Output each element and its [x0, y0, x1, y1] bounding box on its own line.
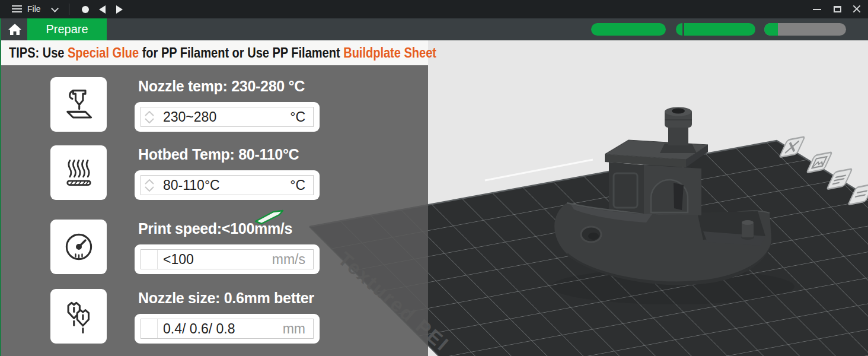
back-triangle-icon[interactable] — [99, 5, 106, 14]
app-window: { "titlebar": { "menu_label": "File", "n… — [0, 0, 868, 356]
input-value[interactable]: 80-110°C — [158, 177, 290, 193]
input-unit: mm — [283, 321, 313, 337]
spinner-area — [141, 250, 158, 269]
chevron-up-icon[interactable] — [145, 179, 154, 185]
input-value[interactable]: 0.4/ 0.6/ 0.8 — [158, 321, 283, 337]
card-hotbed-temp: Hotbed Temp: 80-110°C 80-110°C °C — [50, 145, 320, 200]
card-title: Hotbed Temp: 80-110°C — [138, 146, 299, 163]
green-pencil-mark — [253, 209, 285, 225]
print-nozzle-icon — [59, 85, 98, 124]
input-unit: °C — [290, 109, 313, 125]
input-value[interactable]: <100 — [158, 252, 272, 268]
input-wrap: 230~280 °C — [135, 102, 320, 132]
progress-pill-2 — [676, 23, 755, 36]
tips-text: TIPS: Use Special Glue for PP Filament o… — [9, 45, 436, 61]
card-title: Nozzle size: 0.6mm better — [138, 290, 314, 307]
spinner-control[interactable] — [141, 107, 158, 126]
tab-prepare[interactable]: Prepare — [27, 18, 107, 40]
minimize-button[interactable] — [808, 0, 826, 18]
nozzle-size-input[interactable]: 0.4/ 0.6/ 0.8 mm — [141, 319, 314, 339]
file-menu[interactable]: File — [27, 4, 41, 14]
print-speed-input[interactable]: <100 mm/s — [141, 249, 314, 269]
card-title: Nozzle temp: 230-280 °C — [138, 78, 305, 95]
chevron-down-icon[interactable] — [145, 118, 154, 123]
chevron-up-icon[interactable] — [145, 111, 154, 116]
toolbar-divider — [69, 4, 69, 15]
nozzle-temp-input[interactable]: 230~280 °C — [141, 107, 314, 127]
title-bar: File — [0, 0, 868, 18]
speedometer-icon — [59, 227, 98, 266]
card-print-speed: Print speed:<100mm/s <100 mm/s — [50, 220, 320, 274]
spinner-area — [141, 319, 158, 338]
progress-pill-3 — [764, 23, 846, 36]
card-nozzle-temp: Nozzle temp: 230-280 °C 230~280 °C — [50, 77, 320, 132]
hotbed-temp-input[interactable]: 80-110°C °C — [141, 175, 314, 195]
maximize-button[interactable] — [828, 0, 846, 18]
chevron-down-icon[interactable] — [51, 5, 59, 12]
card-icon-box — [50, 77, 107, 132]
input-unit: mm/s — [272, 252, 313, 268]
card-icon-box — [50, 220, 107, 274]
nozzle-size-icon — [59, 297, 98, 336]
window-edge-accent — [0, 18, 1, 356]
input-value[interactable]: 230~280 — [158, 109, 290, 125]
parameter-overlay-panel: Nozzle temp: 230-280 °C 230~280 °C — [0, 65, 428, 356]
nav-bar: Prepare — [0, 18, 868, 40]
input-wrap: 80-110°C °C — [135, 170, 320, 200]
home-icon — [4, 18, 26, 40]
forward-triangle-icon[interactable] — [116, 5, 123, 14]
tips-bar: TIPS: Use Special Glue for PP Filament o… — [0, 40, 428, 65]
input-wrap: 0.4/ 0.6/ 0.8 mm — [135, 314, 320, 344]
record-dot-icon[interactable] — [82, 6, 89, 13]
progress-pill-1 — [591, 23, 666, 36]
chevron-down-icon[interactable] — [145, 186, 154, 192]
spinner-control[interactable] — [141, 176, 158, 195]
input-unit: °C — [290, 177, 313, 193]
close-button[interactable] — [848, 0, 866, 18]
hamburger-menu-icon[interactable] — [12, 5, 22, 13]
card-icon-box — [50, 145, 107, 200]
card-nozzle-size: Nozzle size: 0.6mm better 0.4/ 0.6/ 0.8 … — [50, 289, 320, 344]
home-button[interactable] — [4, 18, 26, 40]
hotbed-heat-icon — [59, 153, 98, 192]
card-icon-box — [50, 289, 107, 344]
input-wrap: <100 mm/s — [135, 244, 320, 274]
